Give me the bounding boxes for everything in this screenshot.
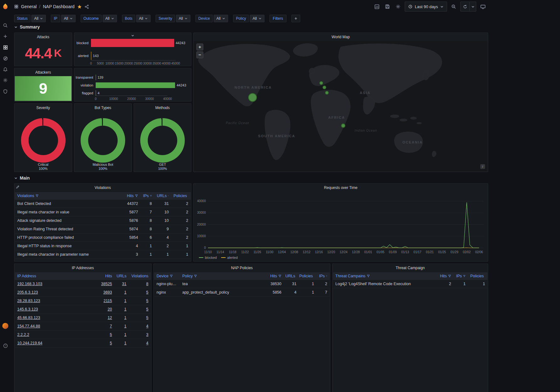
table-cell[interactable]: 31: [115, 280, 129, 288]
table-cell[interactable]: 1: [115, 322, 129, 330]
filter-label[interactable]: Severity: [156, 15, 175, 22]
dashboard-settings-gear-icon[interactable]: [394, 2, 402, 11]
table-cell[interactable]: 20: [94, 305, 115, 313]
section-toggle-main[interactable]: Main: [14, 175, 30, 180]
table-cell[interactable]: 1: [115, 297, 129, 305]
filter-value-dropdown[interactable]: All: [103, 15, 117, 22]
map-zoom-out-button[interactable]: −: [196, 51, 203, 58]
column-header[interactable]: IPs: [454, 272, 468, 280]
column-header[interactable]: IPs: [141, 192, 154, 200]
panel-title[interactable]: Bot Types: [74, 104, 131, 112]
table-cell[interactable]: 5: [94, 331, 115, 339]
filter-value-dropdown[interactable]: All: [61, 15, 76, 22]
column-header[interactable]: Hits: [123, 192, 141, 200]
filter-value-dropdown[interactable]: All: [176, 15, 190, 22]
map-marker[interactable]: [325, 91, 328, 94]
zoom-out-time-icon[interactable]: [450, 2, 458, 11]
filter-value-dropdown[interactable]: All: [31, 15, 46, 22]
map-zoom-in-button[interactable]: +: [196, 44, 203, 50]
panel-edit-icon[interactable]: [16, 185, 19, 189]
column-header[interactable]: URLs: [115, 272, 129, 280]
legend-item-alerted[interactable]: alerted: [221, 256, 238, 259]
panel-title[interactable]: Requests over Time: [194, 184, 488, 192]
table-cell[interactable]: 45.66.83.123: [15, 314, 94, 322]
column-header[interactable]: URLs: [284, 272, 299, 280]
table-cell[interactable]: 3693: [94, 288, 115, 296]
filter-value-dropdown[interactable]: All: [250, 15, 264, 22]
panel-title[interactable]: Violations: [14, 184, 191, 192]
column-header[interactable]: Hits: [94, 272, 115, 280]
panel-title[interactable]: Threat Campaign: [333, 264, 488, 272]
create-plus-icon[interactable]: [2, 33, 9, 40]
panel-title[interactable]: Attacks: [14, 33, 72, 41]
column-header[interactable]: Device: [154, 272, 180, 280]
panel-title[interactable]: Methods: [134, 104, 191, 112]
filter-label[interactable]: Policy: [233, 15, 249, 22]
column-header[interactable]: Hits: [265, 272, 284, 280]
panel-title[interactable]: IP Addresses: [14, 264, 151, 272]
refresh-icon[interactable]: [461, 2, 469, 11]
table-cell[interactable]: 1: [115, 331, 129, 339]
filter-label[interactable]: Device: [195, 15, 213, 22]
add-panel-icon[interactable]: [373, 2, 381, 11]
breadcrumb-dashboard-title[interactable]: NAP Dashboard: [43, 4, 75, 9]
table-cell[interactable]: 7: [94, 322, 115, 330]
map-marker[interactable]: [248, 93, 257, 102]
filter-value-dropdown[interactable]: All: [136, 15, 151, 22]
panel-title[interactable]: NAP Policies: [154, 264, 330, 272]
time-range-picker[interactable]: Last 90 days: [405, 2, 447, 12]
table-cell[interactable]: 12: [94, 314, 115, 322]
column-header[interactable]: IPs: [317, 272, 330, 280]
table-cell[interactable]: 205.6.3.123: [15, 288, 94, 296]
grafana-logo-icon[interactable]: [2, 3, 9, 10]
add-filter-button[interactable]: [291, 15, 300, 22]
column-header[interactable]: URLs: [154, 192, 171, 200]
column-header[interactable]: Hits: [437, 272, 454, 280]
section-toggle-summary[interactable]: Summary: [14, 24, 40, 29]
table-cell[interactable]: 1: [115, 339, 129, 347]
filter-value-dropdown[interactable]: All: [214, 15, 228, 22]
legend-item-blocked[interactable]: blocked: [199, 256, 217, 259]
table-cell[interactable]: 154.77.44.88: [15, 322, 94, 330]
breadcrumb-folder[interactable]: General: [21, 4, 37, 9]
table-cell[interactable]: 5: [129, 288, 151, 296]
table-cell[interactable]: 8: [129, 280, 151, 288]
table-cell[interactable]: 1: [115, 314, 129, 322]
help-icon[interactable]: ?: [2, 342, 9, 349]
server-admin-shield-icon[interactable]: [2, 88, 9, 95]
table-cell[interactable]: 3: [129, 331, 151, 339]
table-cell[interactable]: 5: [129, 305, 151, 313]
column-header[interactable]: IP Address: [15, 272, 94, 280]
share-icon[interactable]: [84, 4, 89, 9]
dashboards-icon[interactable]: [2, 44, 9, 51]
table-cell[interactable]: 5: [129, 314, 151, 322]
table-cell[interactable]: 5: [129, 297, 151, 305]
table-cell[interactable]: 4: [129, 322, 151, 330]
panel-title[interactable]: World Map: [194, 33, 488, 41]
table-cell[interactable]: 145.6.3.123: [15, 305, 94, 313]
table-cell[interactable]: 1: [115, 288, 129, 296]
table-cell[interactable]: 1: [115, 305, 129, 313]
column-header[interactable]: Policies: [299, 272, 317, 280]
table-cell[interactable]: 5: [94, 339, 115, 347]
filter-label[interactable]: Outcome: [81, 15, 102, 22]
alerting-bell-icon[interactable]: [2, 65, 9, 73]
table-cell[interactable]: 2115: [94, 297, 115, 305]
user-avatar[interactable]: [2, 322, 9, 330]
map-marker[interactable]: [341, 124, 345, 128]
filter-label[interactable]: IP: [51, 15, 60, 22]
panel-title[interactable]: Severity: [14, 104, 72, 112]
search-icon[interactable]: [2, 22, 9, 29]
map-marker[interactable]: [320, 81, 323, 85]
filter-label[interactable]: Status: [14, 15, 30, 22]
column-header[interactable]: Violations: [15, 192, 123, 200]
column-header[interactable]: Violations: [129, 272, 151, 280]
explore-compass-icon[interactable]: [2, 55, 9, 62]
filter-label[interactable]: Bots: [122, 15, 135, 22]
column-header[interactable]: Threat Campains: [333, 272, 437, 280]
column-header[interactable]: Policy: [180, 272, 265, 280]
refresh-interval-caret-icon[interactable]: [469, 2, 476, 11]
table-cell[interactable]: 2.2.2.2: [15, 331, 94, 339]
favorite-star-icon[interactable]: [77, 4, 82, 9]
kiosk-monitor-icon[interactable]: [479, 2, 487, 11]
